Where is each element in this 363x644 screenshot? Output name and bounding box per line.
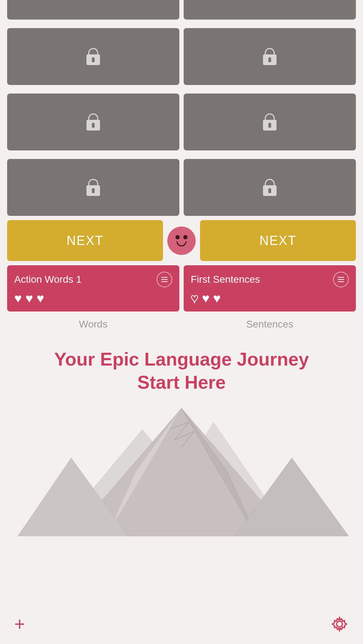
menu-line-3 <box>338 281 344 282</box>
lock-body <box>263 185 277 196</box>
locked-cards-row-3 <box>0 155 363 220</box>
locked-card-2[interactable] <box>184 28 356 85</box>
lock-keyhole <box>268 123 271 128</box>
add-button[interactable]: + <box>14 615 25 633</box>
first-sentences-header: First Sentences <box>191 272 349 287</box>
first-sentences-card[interactable]: First Sentences ♥ ♥ ♥ <box>184 265 356 312</box>
menu-line-2 <box>338 279 344 280</box>
epic-text-line1: Your Epic Language Journey <box>54 349 309 369</box>
mascot-smile <box>177 241 186 246</box>
menu-line-3 <box>161 281 168 282</box>
lock-shackle <box>88 179 98 185</box>
locked-card-5[interactable] <box>7 159 179 216</box>
lock-icon-6 <box>263 179 277 196</box>
words-label: Words <box>7 319 179 330</box>
epic-text: Your Epic Language Journey Start Here <box>14 348 349 394</box>
lock-icon-5 <box>86 179 100 196</box>
heart-full-3: ♥ <box>213 291 221 306</box>
lock-icon-4 <box>263 113 277 131</box>
lock-icon-1 <box>86 48 100 65</box>
lock-shackle <box>265 48 275 54</box>
svg-point-8 <box>337 621 342 627</box>
lock-shackle <box>265 179 275 185</box>
top-partial-card-right <box>184 0 356 20</box>
epic-text-line2: Start Here <box>137 372 226 393</box>
menu-line-1 <box>338 277 344 278</box>
category-section: Action Words 1 ♥ ♥ ♥ First Sentences <box>0 265 363 312</box>
lock-keyhole <box>92 57 95 62</box>
lock-keyhole <box>92 188 95 193</box>
top-partial-card-left <box>7 0 179 20</box>
heart-empty-1: ♥ <box>191 291 198 306</box>
lock-shackle <box>88 113 98 120</box>
lock-icon-2 <box>263 48 277 65</box>
next-row: NEXT NEXT <box>0 220 363 261</box>
heart-1: ♥ <box>14 291 22 306</box>
mountain-svg <box>0 401 363 536</box>
lock-keyhole <box>268 57 271 62</box>
mascot-face <box>175 235 188 246</box>
mountain-section <box>0 401 363 536</box>
lock-keyhole <box>92 123 95 128</box>
lock-icon-3 <box>86 113 100 131</box>
bottom-bar: + <box>0 608 363 644</box>
action-words-title: Action Words 1 <box>14 274 81 285</box>
lock-body <box>86 54 100 65</box>
lock-body <box>86 185 100 196</box>
mascot-eye-left <box>175 235 180 239</box>
sentences-label: Sentences <box>184 319 356 330</box>
locked-cards-row-2 <box>0 89 363 155</box>
label-row: Words Sentences <box>0 316 363 337</box>
epic-section: Your Epic Language Journey Start Here <box>0 337 363 394</box>
mascot-eyes <box>175 235 188 239</box>
lock-shackle <box>88 48 98 54</box>
next-button-right[interactable]: NEXT <box>200 220 356 261</box>
lock-body <box>263 54 277 65</box>
heart-3: ♥ <box>37 291 44 306</box>
mascot <box>167 227 196 255</box>
menu-line-1 <box>161 277 168 278</box>
top-partial-grid <box>0 0 363 24</box>
action-words-card[interactable]: Action Words 1 ♥ ♥ ♥ <box>7 265 179 312</box>
locked-card-6[interactable] <box>184 159 356 216</box>
heart-2: ♥ <box>25 291 33 306</box>
action-words-header: Action Words 1 <box>14 272 172 287</box>
heart-full-2: ♥ <box>202 291 209 306</box>
mascot-eye-right <box>183 235 188 239</box>
action-words-hearts: ♥ ♥ ♥ <box>14 291 172 306</box>
locked-card-1[interactable] <box>7 28 179 85</box>
lock-body <box>86 120 100 131</box>
action-words-menu-icon[interactable] <box>157 272 172 287</box>
locked-card-4[interactable] <box>184 94 356 150</box>
lock-body <box>263 120 277 131</box>
main-container: NEXT NEXT Action Words 1 <box>0 0 363 536</box>
first-sentences-hearts: ♥ ♥ ♥ <box>191 291 349 306</box>
locked-card-3[interactable] <box>7 94 179 150</box>
first-sentences-title: First Sentences <box>191 274 260 285</box>
locked-cards-row-1 <box>0 24 363 89</box>
lock-shackle <box>265 113 275 120</box>
settings-icon[interactable] <box>330 615 349 633</box>
next-button-left[interactable]: NEXT <box>7 220 163 261</box>
first-sentences-menu-icon[interactable] <box>333 272 349 287</box>
menu-line-2 <box>161 279 168 280</box>
lock-keyhole <box>268 188 271 193</box>
